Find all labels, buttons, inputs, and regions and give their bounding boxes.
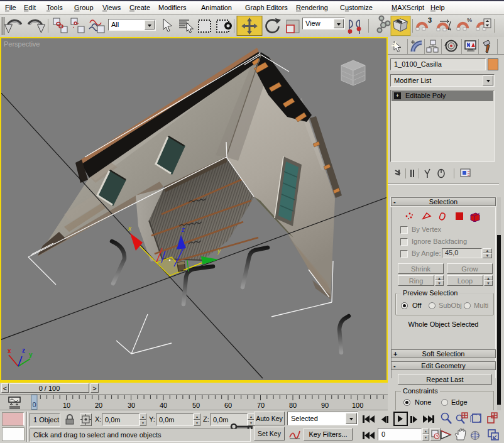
svg-text:80: 80 xyxy=(289,402,297,409)
svg-text:%: % xyxy=(467,17,472,23)
svg-text:70: 70 xyxy=(257,402,265,409)
svg-text:30: 30 xyxy=(128,402,135,409)
svg-text:10: 10 xyxy=(63,402,70,409)
svg-text:Perspective: Perspective xyxy=(4,40,40,48)
svg-text:x: x xyxy=(128,225,132,232)
svg-text:z: z xyxy=(22,347,25,354)
svg-text:3: 3 xyxy=(428,16,432,24)
svg-text:y: y xyxy=(29,351,33,358)
svg-text:x: x xyxy=(8,347,11,354)
svg-text:90: 90 xyxy=(321,402,329,409)
svg-text:z: z xyxy=(181,226,185,233)
svg-text:20: 20 xyxy=(95,402,102,409)
svg-text:0: 0 xyxy=(33,401,36,408)
svg-text:60: 60 xyxy=(224,402,232,409)
svg-text:y: y xyxy=(217,248,221,254)
svg-text:40: 40 xyxy=(160,402,167,409)
svg-text:50: 50 xyxy=(192,402,200,409)
svg-text:100: 100 xyxy=(352,402,363,409)
